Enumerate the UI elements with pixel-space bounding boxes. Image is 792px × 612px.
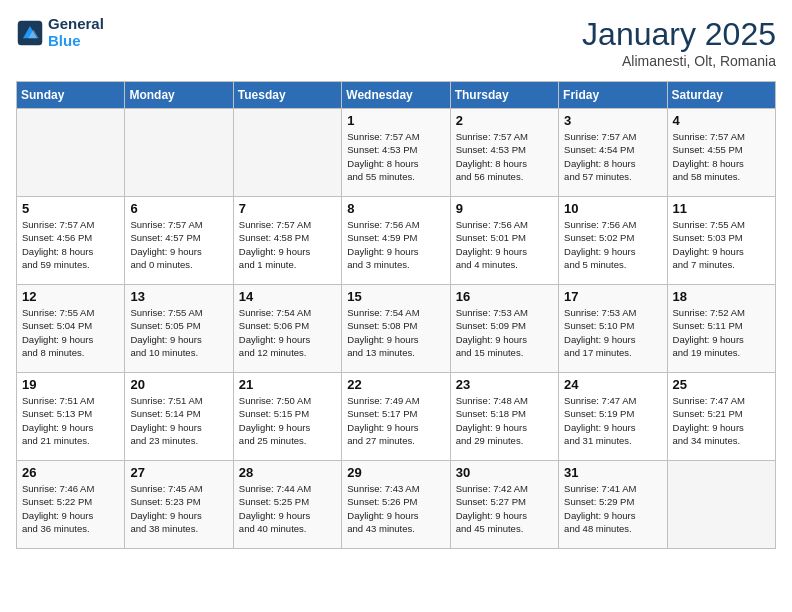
day-number: 14 [239,289,336,304]
calendar-week-4: 19Sunrise: 7:51 AMSunset: 5:13 PMDayligh… [17,373,776,461]
calendar-cell: 15Sunrise: 7:54 AMSunset: 5:08 PMDayligh… [342,285,450,373]
calendar-week-3: 12Sunrise: 7:55 AMSunset: 5:04 PMDayligh… [17,285,776,373]
day-info: Sunrise: 7:55 AMSunset: 5:03 PMDaylight:… [673,218,770,271]
logo: General Blue [16,16,104,49]
day-info: Sunrise: 7:51 AMSunset: 5:13 PMDaylight:… [22,394,119,447]
day-number: 4 [673,113,770,128]
day-number: 23 [456,377,553,392]
day-number: 3 [564,113,661,128]
day-info: Sunrise: 7:48 AMSunset: 5:18 PMDaylight:… [456,394,553,447]
day-info: Sunrise: 7:42 AMSunset: 5:27 PMDaylight:… [456,482,553,535]
calendar-cell: 6Sunrise: 7:57 AMSunset: 4:57 PMDaylight… [125,197,233,285]
calendar-cell: 18Sunrise: 7:52 AMSunset: 5:11 PMDayligh… [667,285,775,373]
calendar-cell: 7Sunrise: 7:57 AMSunset: 4:58 PMDaylight… [233,197,341,285]
day-number: 20 [130,377,227,392]
day-info: Sunrise: 7:44 AMSunset: 5:25 PMDaylight:… [239,482,336,535]
calendar-cell: 26Sunrise: 7:46 AMSunset: 5:22 PMDayligh… [17,461,125,549]
weekday-header-monday: Monday [125,82,233,109]
calendar-cell: 24Sunrise: 7:47 AMSunset: 5:19 PMDayligh… [559,373,667,461]
day-info: Sunrise: 7:57 AMSunset: 4:55 PMDaylight:… [673,130,770,183]
day-number: 1 [347,113,444,128]
day-info: Sunrise: 7:52 AMSunset: 5:11 PMDaylight:… [673,306,770,359]
calendar-cell [17,109,125,197]
day-info: Sunrise: 7:41 AMSunset: 5:29 PMDaylight:… [564,482,661,535]
day-number: 9 [456,201,553,216]
day-number: 10 [564,201,661,216]
calendar-cell: 31Sunrise: 7:41 AMSunset: 5:29 PMDayligh… [559,461,667,549]
calendar-table: SundayMondayTuesdayWednesdayThursdayFrid… [16,81,776,549]
logo-icon [16,19,44,47]
calendar-cell: 1Sunrise: 7:57 AMSunset: 4:53 PMDaylight… [342,109,450,197]
day-info: Sunrise: 7:57 AMSunset: 4:56 PMDaylight:… [22,218,119,271]
calendar-cell: 14Sunrise: 7:54 AMSunset: 5:06 PMDayligh… [233,285,341,373]
location-subtitle: Alimanesti, Olt, Romania [582,53,776,69]
day-number: 5 [22,201,119,216]
day-info: Sunrise: 7:51 AMSunset: 5:14 PMDaylight:… [130,394,227,447]
calendar-cell: 23Sunrise: 7:48 AMSunset: 5:18 PMDayligh… [450,373,558,461]
day-number: 31 [564,465,661,480]
calendar-cell: 13Sunrise: 7:55 AMSunset: 5:05 PMDayligh… [125,285,233,373]
day-info: Sunrise: 7:47 AMSunset: 5:21 PMDaylight:… [673,394,770,447]
day-number: 26 [22,465,119,480]
day-info: Sunrise: 7:57 AMSunset: 4:58 PMDaylight:… [239,218,336,271]
day-info: Sunrise: 7:49 AMSunset: 5:17 PMDaylight:… [347,394,444,447]
calendar-cell: 27Sunrise: 7:45 AMSunset: 5:23 PMDayligh… [125,461,233,549]
day-info: Sunrise: 7:56 AMSunset: 5:02 PMDaylight:… [564,218,661,271]
calendar-cell: 2Sunrise: 7:57 AMSunset: 4:53 PMDaylight… [450,109,558,197]
day-info: Sunrise: 7:57 AMSunset: 4:57 PMDaylight:… [130,218,227,271]
calendar-cell: 10Sunrise: 7:56 AMSunset: 5:02 PMDayligh… [559,197,667,285]
page-header: General Blue January 2025 Alimanesti, Ol… [16,16,776,69]
calendar-cell: 19Sunrise: 7:51 AMSunset: 5:13 PMDayligh… [17,373,125,461]
day-info: Sunrise: 7:54 AMSunset: 5:08 PMDaylight:… [347,306,444,359]
day-number: 15 [347,289,444,304]
day-number: 11 [673,201,770,216]
day-info: Sunrise: 7:56 AMSunset: 4:59 PMDaylight:… [347,218,444,271]
weekday-header-thursday: Thursday [450,82,558,109]
day-number: 12 [22,289,119,304]
day-info: Sunrise: 7:53 AMSunset: 5:09 PMDaylight:… [456,306,553,359]
calendar-cell: 16Sunrise: 7:53 AMSunset: 5:09 PMDayligh… [450,285,558,373]
day-number: 28 [239,465,336,480]
calendar-cell [233,109,341,197]
calendar-cell: 17Sunrise: 7:53 AMSunset: 5:10 PMDayligh… [559,285,667,373]
day-info: Sunrise: 7:56 AMSunset: 5:01 PMDaylight:… [456,218,553,271]
calendar-cell: 28Sunrise: 7:44 AMSunset: 5:25 PMDayligh… [233,461,341,549]
day-number: 17 [564,289,661,304]
day-number: 16 [456,289,553,304]
day-info: Sunrise: 7:55 AMSunset: 5:04 PMDaylight:… [22,306,119,359]
month-title: January 2025 [582,16,776,53]
day-number: 24 [564,377,661,392]
calendar-cell: 21Sunrise: 7:50 AMSunset: 5:15 PMDayligh… [233,373,341,461]
calendar-cell [125,109,233,197]
day-info: Sunrise: 7:57 AMSunset: 4:54 PMDaylight:… [564,130,661,183]
calendar-cell: 29Sunrise: 7:43 AMSunset: 5:26 PMDayligh… [342,461,450,549]
day-info: Sunrise: 7:57 AMSunset: 4:53 PMDaylight:… [347,130,444,183]
day-number: 27 [130,465,227,480]
weekday-header-wednesday: Wednesday [342,82,450,109]
calendar-cell: 22Sunrise: 7:49 AMSunset: 5:17 PMDayligh… [342,373,450,461]
calendar-cell: 4Sunrise: 7:57 AMSunset: 4:55 PMDaylight… [667,109,775,197]
day-number: 13 [130,289,227,304]
weekday-header-friday: Friday [559,82,667,109]
day-info: Sunrise: 7:45 AMSunset: 5:23 PMDaylight:… [130,482,227,535]
title-block: January 2025 Alimanesti, Olt, Romania [582,16,776,69]
calendar-cell: 20Sunrise: 7:51 AMSunset: 5:14 PMDayligh… [125,373,233,461]
calendar-week-2: 5Sunrise: 7:57 AMSunset: 4:56 PMDaylight… [17,197,776,285]
day-number: 25 [673,377,770,392]
calendar-week-1: 1Sunrise: 7:57 AMSunset: 4:53 PMDaylight… [17,109,776,197]
calendar-cell: 8Sunrise: 7:56 AMSunset: 4:59 PMDaylight… [342,197,450,285]
day-info: Sunrise: 7:57 AMSunset: 4:53 PMDaylight:… [456,130,553,183]
calendar-cell [667,461,775,549]
weekday-header-tuesday: Tuesday [233,82,341,109]
day-number: 6 [130,201,227,216]
day-number: 29 [347,465,444,480]
day-number: 19 [22,377,119,392]
day-number: 21 [239,377,336,392]
day-info: Sunrise: 7:54 AMSunset: 5:06 PMDaylight:… [239,306,336,359]
calendar-cell: 30Sunrise: 7:42 AMSunset: 5:27 PMDayligh… [450,461,558,549]
weekday-header-saturday: Saturday [667,82,775,109]
calendar-week-5: 26Sunrise: 7:46 AMSunset: 5:22 PMDayligh… [17,461,776,549]
day-info: Sunrise: 7:53 AMSunset: 5:10 PMDaylight:… [564,306,661,359]
day-number: 30 [456,465,553,480]
day-number: 22 [347,377,444,392]
